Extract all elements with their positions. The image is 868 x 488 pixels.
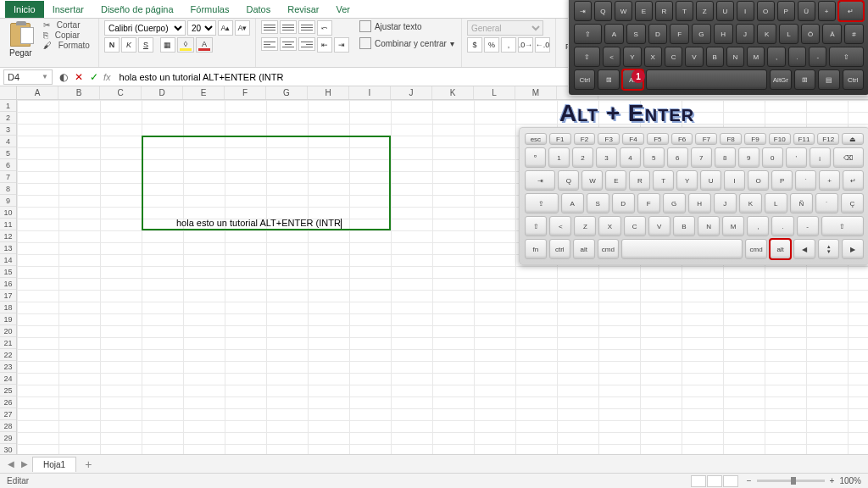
bold-button[interactable]: N [104,37,120,53]
merge-icon [359,37,371,49]
cut-button[interactable]: ✂Cortar [40,20,93,30]
indent-increase-button[interactable]: ⇥ [334,37,349,53]
status-mode: Editar [7,476,29,485]
comma-button[interactable]: , [501,37,516,53]
group-alignment: ⤺ ⇤ ⇥ Ajustar texto Combinar y centrar ▾ [256,19,462,67]
font-name-select[interactable]: Calibri (Cuerpo) [104,20,186,36]
paste-label: Pegar [9,48,32,58]
wrap-text-button[interactable]: Ajustar texto [358,20,456,32]
tab-home[interactable]: Inicio [5,1,44,18]
fill-color-button[interactable]: ◊ [177,37,194,53]
copy-icon: ⎘ [42,30,50,40]
keyboard-light: escF1F2F3F4F5F6F7F8F9F10F11F12⏏ º1234567… [519,127,868,265]
format-painter-button[interactable]: 🖌Formato [40,41,93,50]
brush-icon: 🖌 [42,41,53,50]
status-bar: Editar − + 100% [0,473,868,488]
percent-button[interactable]: % [484,37,499,53]
view-page-break-button[interactable] [723,475,738,487]
row-headers[interactable]: 1234567891011121314151617181920212223242… [0,100,17,488]
indent-decrease-button[interactable]: ⇤ [317,37,332,53]
zoom-slider[interactable] [757,480,825,482]
fx-icon[interactable]: fx [103,72,111,82]
cancel-formula-button[interactable]: ✕ [71,71,86,83]
alt-key-light: alt [770,239,792,259]
zoom-out-button[interactable]: − [747,476,752,485]
align-center-button[interactable] [280,37,297,51]
select-all-corner[interactable] [0,86,17,100]
zoom-percent[interactable]: 100% [839,476,861,485]
align-top-button[interactable] [261,20,278,34]
chevron-down-icon: ▼ [42,73,48,80]
copy-button[interactable]: ⎘Copiar [40,30,93,40]
tab-page-layout[interactable]: Diseño de página [92,1,182,18]
view-buttons [691,475,738,487]
align-left-button[interactable] [261,37,278,51]
sheet-nav-next[interactable]: ▶ [19,459,31,469]
align-middle-button[interactable] [280,20,297,34]
keyboard-dark: ⇥QWERTZUIOPÜ+↵ ⇪ASDFGHJKLÖÄ# ⇧<YXCVBNM,.… [568,0,868,96]
sheet-nav-prev[interactable]: ◀ [5,459,17,469]
orientation-button[interactable]: ⤺ [317,20,332,36]
collapse-icon[interactable]: ◐ [56,71,71,83]
italic-button[interactable]: K [121,37,136,53]
tab-formulas[interactable]: Fórmulas [182,1,238,18]
name-box[interactable]: D4▼ [3,69,53,85]
group-font: Calibri (Cuerpo) 20 A▴ A▾ N K S ▦ ◊ A [99,19,256,67]
border-button[interactable]: ▦ [160,37,175,53]
currency-button[interactable]: $ [467,37,482,53]
decrease-font-button[interactable]: A▾ [235,20,250,36]
decrease-decimal-button[interactable]: ←.0 [535,37,550,53]
wrap-icon [359,20,371,32]
align-bottom-button[interactable] [298,20,315,34]
clipboard-icon [10,23,31,47]
step-badge-1: 1 [632,69,645,83]
increase-decimal-button[interactable]: .0→ [518,37,533,53]
merge-center-button[interactable]: Combinar y centrar ▾ [358,37,456,49]
view-normal-button[interactable] [691,475,706,487]
underline-button[interactable]: S [138,37,153,53]
font-size-select[interactable]: 20 [187,20,216,36]
align-right-button[interactable] [298,37,315,51]
tab-review[interactable]: Revisar [279,1,327,18]
overlay-title: ALT + ENTER [559,100,694,127]
font-color-button[interactable]: A [196,37,213,53]
sheet-tab-bar: ◀ ▶ Hoja1 + [0,454,868,473]
sheet-tab-1[interactable]: Hoja1 [32,457,76,472]
tab-data[interactable]: Datos [237,1,279,18]
enter-key-dark: ↵ [838,1,864,21]
accept-formula-button[interactable]: ✓ [86,71,102,83]
add-sheet-button[interactable]: + [78,458,98,471]
group-number: General $ % , .0→ ←.0 [462,19,556,67]
scissors-icon: ✂ [42,20,52,30]
group-clipboard: Pegar ✂Cortar ⎘Copiar 🖌Formato [0,19,99,67]
tab-insert[interactable]: Insertar [44,1,92,18]
tab-view[interactable]: Ver [328,1,359,18]
paste-button[interactable]: Pegar [5,20,36,60]
selection-box [142,136,391,230]
view-page-layout-button[interactable] [707,475,722,487]
number-format-select[interactable]: General [467,20,543,36]
increase-font-button[interactable]: A▴ [218,20,233,36]
zoom-in-button[interactable]: + [830,476,835,485]
cell-content: hola esto un tutorial ALT+ENTER (INTR [176,218,342,229]
zoom-control: − + 100% [747,476,861,485]
